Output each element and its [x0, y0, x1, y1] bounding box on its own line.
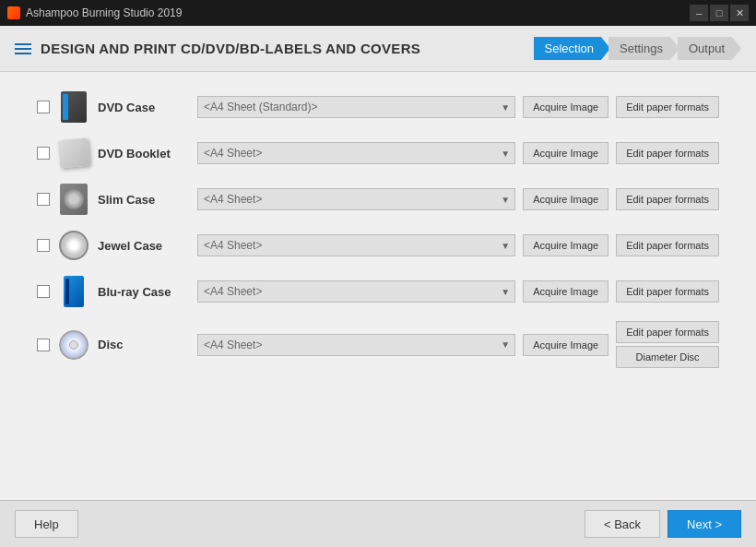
- slim-case-row: Slim Case <A4 Sheet> ▼ Acquire Image Edi…: [37, 183, 719, 216]
- disc-dropdown[interactable]: <A4 Sheet>: [197, 334, 515, 356]
- title-bar-controls: – □ ✕: [690, 5, 749, 21]
- minimize-button[interactable]: –: [690, 5, 708, 21]
- step-selection[interactable]: Selection: [534, 37, 610, 60]
- slim-case-acquire-btn[interactable]: Acquire Image: [523, 188, 608, 210]
- title-bar-left: Ashampoo Burning Studio 2019: [7, 6, 182, 19]
- dvd-case-acquire-btn[interactable]: Acquire Image: [523, 96, 608, 118]
- close-button[interactable]: ✕: [730, 5, 749, 21]
- disc-label: Disc: [98, 338, 190, 351]
- disc-btn-group: Edit paper formats Diameter Disc: [616, 321, 719, 368]
- dvd-case-dropdown[interactable]: <A4 Sheet (Standard)><A4 Sheet>: [197, 96, 515, 118]
- dvd-case-dropdown-wrapper: <A4 Sheet (Standard)><A4 Sheet> ▼: [197, 96, 515, 118]
- dvd-booklet-dropdown[interactable]: <A4 Sheet>: [197, 142, 515, 164]
- slim-case-label: Slim Case: [98, 193, 190, 207]
- disc-diameter-btn[interactable]: Diameter Disc: [616, 346, 719, 368]
- slim-case-edit-btn[interactable]: Edit paper formats: [616, 188, 719, 210]
- title-bar: Ashampoo Burning Studio 2019 – □ ✕: [0, 0, 756, 26]
- jewel-case-edit-btn[interactable]: Edit paper formats: [616, 234, 719, 256]
- header-left: DESIGN AND PRINT CD/DVD/BD-LABELS AND CO…: [15, 41, 420, 56]
- jewel-case-label: Jewel Case: [98, 239, 190, 253]
- bluray-case-icon: [57, 275, 90, 308]
- dvd-booklet-icon: [57, 137, 90, 170]
- step-output[interactable]: Output: [678, 37, 741, 60]
- page-title: DESIGN AND PRINT CD/DVD/BD-LABELS AND CO…: [41, 41, 420, 56]
- step-settings[interactable]: Settings: [608, 37, 679, 60]
- dvd-booklet-edit-btn[interactable]: Edit paper formats: [616, 142, 719, 164]
- next-button[interactable]: Next >: [667, 510, 741, 538]
- disc-edit-btn[interactable]: Edit paper formats: [616, 321, 719, 343]
- jewel-case-checkbox[interactable]: [37, 239, 50, 252]
- dvd-case-row: DVD Case <A4 Sheet (Standard)><A4 Sheet>…: [37, 90, 719, 124]
- app-title: Ashampoo Burning Studio 2019: [26, 6, 182, 19]
- bluray-case-label: Blu-ray Case: [98, 285, 190, 299]
- footer: Help < Back Next >: [0, 500, 756, 547]
- bluray-case-checkbox[interactable]: [37, 285, 50, 298]
- dvd-booklet-label: DVD Booklet: [98, 147, 190, 161]
- bluray-case-acquire-btn[interactable]: Acquire Image: [523, 280, 608, 303]
- help-button[interactable]: Help: [15, 510, 78, 538]
- jewel-case-dropdown-wrapper: <A4 Sheet> ▼: [197, 234, 515, 256]
- back-button[interactable]: < Back: [585, 510, 660, 538]
- slim-case-dropdown[interactable]: <A4 Sheet>: [197, 188, 515, 210]
- content-area: DVD Case <A4 Sheet (Standard)><A4 Sheet>…: [0, 72, 756, 500]
- maximize-button[interactable]: □: [710, 5, 728, 21]
- bluray-case-edit-btn[interactable]: Edit paper formats: [616, 280, 719, 303]
- dvd-booklet-dropdown-wrapper: <A4 Sheet> ▼: [197, 142, 515, 164]
- jewel-case-dropdown[interactable]: <A4 Sheet>: [197, 234, 515, 256]
- bluray-case-row: Blu-ray Case <A4 Sheet> ▼ Acquire Image …: [37, 275, 719, 308]
- jewel-case-row: Jewel Case <A4 Sheet> ▼ Acquire Image Ed…: [37, 229, 719, 262]
- disc-dropdown-wrapper: <A4 Sheet> ▼: [197, 334, 515, 356]
- slim-case-dropdown-wrapper: <A4 Sheet> ▼: [197, 188, 515, 210]
- disc-acquire-btn[interactable]: Acquire Image: [523, 334, 608, 356]
- breadcrumb-nav: Selection Settings Output: [534, 37, 742, 60]
- header: DESIGN AND PRINT CD/DVD/BD-LABELS AND CO…: [0, 26, 756, 72]
- bluray-case-dropdown-wrapper: <A4 Sheet> ▼: [197, 280, 515, 303]
- jewel-case-icon: [57, 229, 90, 262]
- slim-case-checkbox[interactable]: [37, 193, 50, 206]
- dvd-booklet-row: DVD Booklet <A4 Sheet> ▼ Acquire Image E…: [37, 137, 719, 170]
- main-content: DESIGN AND PRINT CD/DVD/BD-LABELS AND CO…: [0, 26, 756, 547]
- bluray-case-dropdown[interactable]: <A4 Sheet>: [197, 280, 515, 303]
- slim-case-icon: [57, 183, 90, 216]
- dvd-case-label: DVD Case: [98, 101, 190, 114]
- footer-right: < Back Next >: [585, 510, 741, 538]
- dvd-case-icon: [57, 90, 90, 124]
- disc-row: Disc <A4 Sheet> ▼ Acquire Image Edit pap…: [37, 321, 719, 368]
- disc-checkbox[interactable]: [37, 339, 50, 351]
- jewel-case-acquire-btn[interactable]: Acquire Image: [523, 234, 608, 256]
- dvd-booklet-acquire-btn[interactable]: Acquire Image: [523, 142, 608, 164]
- app-icon: [7, 6, 20, 19]
- dvd-booklet-checkbox[interactable]: [37, 147, 50, 160]
- dvd-case-edit-btn[interactable]: Edit paper formats: [616, 96, 719, 118]
- disc-icon: [57, 328, 90, 362]
- menu-icon[interactable]: [15, 43, 31, 54]
- dvd-case-checkbox[interactable]: [37, 101, 50, 113]
